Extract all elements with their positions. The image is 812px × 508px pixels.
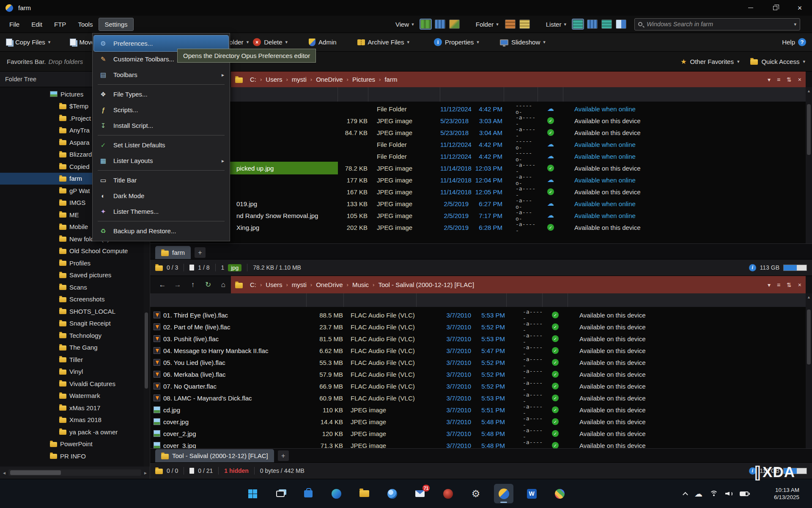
file-row-01-third-eye-live-flac[interactable]: 01. Third Eye (live).flac88.5 MBFLAC Aud… — [150, 309, 812, 320]
archive-files-button[interactable]: Archive Files ▾ — [357, 39, 409, 46]
minimize-button[interactable] — [738, 0, 763, 16]
word-icon[interactable]: W — [522, 484, 541, 503]
close-pane-icon[interactable]: × — [798, 282, 801, 288]
up-button[interactable]: ↑ — [187, 279, 198, 290]
breadcrumb-segment-music[interactable]: Music — [349, 281, 372, 288]
swap-panes-icon[interactable]: ⇅ — [787, 282, 792, 288]
search-box[interactable]: ▾ — [634, 18, 800, 30]
file-row[interactable]: 177 KBJPEG image11/14/201812:04 PM-a---o… — [150, 174, 812, 185]
file-row[interactable]: File Folder11/12/20244:42 PM-----o-☁Avai… — [150, 150, 812, 162]
file-row[interactable]: 84.7 KBJPEG image5/23/20183:04 AM-a-----… — [150, 126, 812, 138]
breadcrumb-segment-mysti[interactable]: mysti — [289, 76, 310, 83]
admin-button[interactable]: Admin — [309, 39, 337, 46]
menu-settings[interactable]: Settings — [99, 18, 133, 30]
store-icon[interactable] — [299, 484, 318, 503]
home-button[interactable]: ⌂ — [218, 279, 229, 290]
tray-chevron-up-icon[interactable] — [683, 492, 688, 497]
menu-item-install-script[interactable]: ↧Install Script... — [94, 118, 228, 133]
media-app-icon[interactable] — [438, 484, 458, 503]
bottom-pane-scrollbar[interactable]: ▲ — [806, 293, 812, 448]
onedrive-cloud-icon[interactable]: ☁ — [694, 489, 702, 499]
menu-ftp[interactable]: FTP — [49, 18, 71, 30]
new-tab-button[interactable]: + — [278, 450, 289, 461]
tree-item-old-school-compute[interactable]: Old School Compute — [0, 245, 150, 257]
other-favorites-button[interactable]: ★ Other Favorites ▾ — [680, 58, 739, 66]
tree-item-watermark[interactable]: Watermark — [0, 390, 150, 402]
file-explorer-icon[interactable] — [354, 484, 374, 503]
view-tiles-icon[interactable] — [449, 19, 460, 29]
tree-item-scans[interactable]: Scans — [0, 281, 150, 293]
lister-style-icon-1[interactable] — [573, 19, 583, 29]
lister-style-icon-4[interactable] — [616, 19, 626, 29]
format-bars-icon[interactable]: ≡ — [777, 76, 780, 83]
battery-icon[interactable] — [740, 491, 749, 496]
breadcrumb-segment-mysti[interactable]: mysti — [289, 281, 310, 288]
tree-item-snagit-receipt[interactable]: Snagit Receipt — [0, 318, 150, 330]
tree-item-screenshots[interactable]: Screenshots — [0, 293, 150, 306]
tree-item-pr-info[interactable]: PR INFO — [0, 450, 150, 462]
quick-access-button[interactable]: Quick Access ▾ — [750, 58, 805, 65]
path-dropdown-icon[interactable]: ▾ — [768, 76, 771, 83]
menu-item-lister-themes[interactable]: ✦Lister Themes... — [94, 204, 228, 219]
format-bars-icon[interactable]: ≡ — [777, 282, 780, 288]
tree-item-shots-local[interactable]: SHOTS_LOCAL — [0, 305, 150, 318]
tree-horizontal-scrollbar[interactable]: ◂ ▸ — [0, 467, 150, 479]
file-row[interactable]: 167 KBJPEG image11/14/201812:05 PM-a----… — [150, 185, 812, 197]
view-details-icon[interactable] — [435, 19, 445, 29]
breadcrumb-segment-c[interactable]: C: — [247, 281, 259, 288]
folder-menu-button[interactable]: Folder▾ — [473, 19, 501, 30]
bottom-tab-tool-salival[interactable]: Tool - Salival (2000-12-12) [FLAC] — [155, 449, 274, 462]
lister-style-icon-3[interactable] — [601, 19, 612, 29]
path-dropdown-icon[interactable]: ▾ — [768, 282, 771, 288]
tree-item-tiller[interactable]: Tiller — [0, 353, 150, 366]
tree-item-profiles[interactable]: Profiles — [0, 257, 150, 269]
file-row-019-jpg[interactable]: 019.jpg133 KBJPEG image2/5/20196:27 PM-a… — [150, 197, 812, 209]
tree-item-xmas-2018[interactable]: Xmas 2018 — [0, 414, 150, 426]
scroll-right-icon[interactable]: ▸ — [141, 470, 150, 476]
top-tab-farm[interactable]: farm — [155, 246, 191, 259]
file-row[interactable]: File Folder11/12/20244:42 PM-----o-☁Avai… — [150, 138, 812, 150]
file-row-cd-jpg[interactable]: cd.jpg110 KBJPEG image3/7/20105:51 PM-a-… — [150, 403, 812, 415]
task-view-icon[interactable] — [271, 484, 290, 503]
view-thumbnails-icon[interactable] — [420, 19, 431, 29]
menu-item-backup-and-restore[interactable]: ♻Backup and Restore... — [94, 223, 228, 239]
search-input[interactable] — [646, 20, 790, 28]
forward-button[interactable]: → — [172, 279, 183, 290]
lister-menu-button[interactable]: Lister▾ — [543, 19, 569, 30]
wifi-icon[interactable] — [710, 490, 718, 497]
taskbar-clock[interactable]: 10:13 AM 6/13/2025 — [774, 479, 799, 508]
file-row-cover-jpg[interactable]: cover.jpg14.4 KBJPEG image3/7/20105:48 P… — [150, 415, 812, 427]
file-row-nd-randy-snow-removal-jpg[interactable]: nd Randy Snow Removal.jpg105 KBJPEG imag… — [150, 209, 812, 221]
tree-item-saved-pictures[interactable]: Saved pictures — [0, 269, 150, 282]
help-button[interactable]: Help ? — [782, 38, 806, 46]
browser-icon[interactable] — [382, 484, 402, 503]
back-button[interactable]: ← — [157, 279, 168, 290]
file-row-cover-3-jpg[interactable]: cover_3.jpg71.3 KBJPEG image3/7/20105:48… — [150, 439, 812, 448]
folder-format-icon-2[interactable] — [519, 19, 530, 29]
file-row-picked-up-jpg[interactable]: picked up.jpg78.2 KBJPEG image11/14/2018… — [150, 162, 812, 174]
scrollbar-thumb[interactable] — [807, 104, 811, 155]
breadcrumb-segment-users[interactable]: Users — [263, 281, 285, 288]
slideshow-button[interactable]: Slideshow ▾ — [500, 39, 546, 46]
tree-item-powerpoint[interactable]: PowerPoint — [0, 438, 150, 450]
file-row-cover-2-jpg[interactable]: cover_2.jpg120 KBJPEG image3/7/20105:48 … — [150, 427, 812, 439]
whiteboard-icon[interactable] — [550, 484, 569, 503]
scrollbar-thumb[interactable] — [807, 309, 811, 364]
file-row-06-merkaba-live-flac[interactable]: 06. Merkaba (live).flac57.9 MBFLAC Audio… — [150, 368, 812, 380]
lister-style-icon-2[interactable] — [587, 19, 598, 29]
breadcrumb-segment-c[interactable]: C: — [247, 76, 259, 83]
delete-button[interactable]: × Delete ▾ — [253, 38, 288, 46]
view-menu-button[interactable]: View▾ — [393, 19, 417, 30]
file-row[interactable]: File Folder11/12/20244:42 PM-----o-☁Avai… — [150, 102, 812, 114]
settings-icon[interactable]: ⚙ — [466, 484, 486, 503]
tree-item-xmas-2017[interactable]: xMas 2017 — [0, 402, 150, 414]
scrollbar-thumb[interactable] — [145, 312, 148, 389]
menu-file[interactable]: File — [4, 18, 25, 30]
file-row-02-part-of-me-live-flac[interactable]: 02. Part of Me (live).flac23.7 MBFLAC Au… — [150, 320, 812, 332]
menu-item-scripts[interactable]: ƒScripts... — [94, 102, 228, 118]
tree-item-ya-pack-a-owner[interactable]: ya pack -a owner — [0, 426, 150, 438]
scrollbar-thumb[interactable] — [10, 470, 61, 475]
menu-item-title-bar[interactable]: ▭Title Bar — [94, 172, 228, 188]
volume-icon[interactable] — [725, 491, 732, 497]
breadcrumb-segment-onedrive[interactable]: OneDrive — [313, 281, 346, 288]
